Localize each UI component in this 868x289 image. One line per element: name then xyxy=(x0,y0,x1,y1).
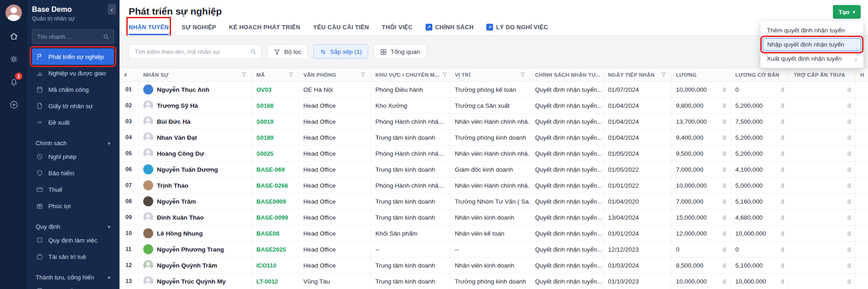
sort-arrows-icon xyxy=(320,48,327,55)
base-salary-value: 5,000,000 xyxy=(735,182,763,189)
table-row[interactable]: 05 Hoàng Công Dự S0025 Head Office Phòng… xyxy=(120,146,868,162)
employee-cell[interactable]: Nguyễn Phương Trang xyxy=(139,242,252,257)
employee-code: BASE08 xyxy=(252,226,299,241)
sidebar-item-phat-trien-su-nghiep[interactable]: Phát triển sự nghiệp xyxy=(32,48,114,65)
table-row[interactable]: 11 Nguyễn Phương Trang BASE2025 Head Off… xyxy=(120,242,868,257)
employee-cell[interactable]: Đinh Xuân Thảo xyxy=(139,210,252,225)
broadcast-icon xyxy=(36,119,44,126)
create-button[interactable]: Tạo ▾ xyxy=(833,5,861,19)
table-row[interactable]: 12 Nguyễn Quỳnh Trâm ICO110 Head Office … xyxy=(120,257,868,273)
employee-cell[interactable]: Nguyễn Trúc Quỳnh My xyxy=(139,273,252,289)
menu-item-xuat-quyet-dinh-nhan-tuyen[interactable]: Xuất quyết định nhận tuyển › xyxy=(760,52,863,66)
employee-cell[interactable]: Nguyễn Quỳnh Trâm xyxy=(139,257,252,273)
table-row[interactable]: 04 Nhan Văn Đạt S0189 Head Office Trung … xyxy=(120,130,868,146)
employee-code: S0025 xyxy=(252,146,299,161)
employee-cell[interactable]: Nguyễn Thục Anh xyxy=(139,82,252,97)
overview-button[interactable]: Tổng quan xyxy=(374,44,426,59)
table-row[interactable]: 03 Bùi Đức Hà S0019 Head Office Phòng Hà… xyxy=(120,114,868,130)
base-salary-cell: 10,000,000 đ xyxy=(731,226,789,241)
sidebar-item-tai-san-tri-tue[interactable]: Tài sản trí tuệ xyxy=(32,248,114,265)
sidebar-section-quy-dinh[interactable]: Quy định ▾ xyxy=(32,221,114,232)
sidebar-item-phuc-loi[interactable]: Phúc lợi xyxy=(32,198,114,214)
user-avatar[interactable] xyxy=(5,5,22,21)
filter-funnel-icon[interactable] xyxy=(360,72,366,78)
column-header[interactable]: NHÂN SỰ xyxy=(139,68,252,81)
column-header[interactable]: TRỢ CẤP ĂN TRƯA xyxy=(789,68,856,81)
column-header[interactable]: VĂN PHÒNG xyxy=(299,68,371,81)
bell-icon[interactable]: 2 xyxy=(4,70,24,93)
filter-funnel-icon[interactable] xyxy=(241,72,247,78)
chevron-down-icon: ▾ xyxy=(108,224,110,230)
filter-funnel-icon[interactable] xyxy=(442,72,447,78)
clock-icon xyxy=(36,153,44,160)
employee-avatar xyxy=(143,228,153,238)
currency-symbol: đ xyxy=(722,134,726,141)
filter-funnel-icon[interactable] xyxy=(520,72,525,78)
tab-chinh-sach[interactable]: ↗ CHÍNH SÁCH xyxy=(426,19,474,35)
column-header[interactable]: KHU VỰC / CHUYÊN M... xyxy=(371,68,450,81)
employee-cell[interactable]: Lê Hồng Nhung xyxy=(139,226,252,241)
column-header[interactable]: CHÍNH SÁCH NHẬN TU... xyxy=(530,68,603,81)
salary-cell: 10,000,000 đ xyxy=(671,82,731,97)
row-index: 13 xyxy=(120,273,139,289)
employee-cell[interactable]: Nhan Văn Đạt xyxy=(139,130,252,145)
column-header[interactable]: H xyxy=(856,68,868,81)
base-salary-value: 5,200,000 xyxy=(735,134,763,141)
menu-item-nhap-quyet-dinh-nhan-tuyen[interactable]: Nhập quyết định nhận tuyển xyxy=(763,38,861,51)
table-row[interactable]: 02 Trương Sỹ Hà S0168 Head Office Kho Xư… xyxy=(120,98,868,114)
table-search xyxy=(129,44,262,59)
sidebar-item-quy-dinh-lam-viec[interactable]: Quy định làm việc xyxy=(32,232,114,248)
table-row[interactable]: 07 Trịnh Thảo BASE-0266 Head Office Phòn… xyxy=(120,178,868,194)
table-row[interactable]: 09 Đinh Xuân Thảo BASE-0099 Head Office … xyxy=(120,210,868,226)
table-row[interactable]: 06 Nguyễn Tuấn Dương BASE-069 Head Offic… xyxy=(120,162,868,178)
table-row[interactable]: 08 Nguyễn Trâm BASE0909 Head Office Trun… xyxy=(120,194,868,210)
gear-icon[interactable] xyxy=(4,47,24,70)
column-header[interactable]: LƯƠNG CƠ BẢN xyxy=(731,68,789,81)
employee-cell[interactable]: Hoàng Công Dự xyxy=(139,146,252,161)
table-search-input[interactable] xyxy=(135,48,250,55)
tab-su-nghiep[interactable]: SỰ NGHIỆP xyxy=(182,19,216,35)
cutoff-cell xyxy=(856,273,868,289)
tab-thoi-viec[interactable]: THÔI VIỆC xyxy=(382,19,413,35)
employee-cell[interactable]: Nguyễn Trâm xyxy=(139,194,252,209)
table-row[interactable]: 10 Lê Hồng Nhung BASE08 Head Office Khối… xyxy=(120,226,868,242)
sidebar-item-giai-thuong[interactable]: Giải thưởng xyxy=(32,283,114,289)
sidebar-item-giay-to-nhan-su[interactable]: Giấy tờ nhân sự xyxy=(32,98,114,114)
sidebar-search-input[interactable] xyxy=(37,33,103,40)
employee-cell[interactable]: Bùi Đức Hà xyxy=(139,114,252,129)
sidebar-item-nghiep-vu-duoc-giao[interactable]: Nghiệp vụ được giao xyxy=(32,65,114,81)
table-row[interactable]: 01 Nguyễn Thục Anh OV03 OE Hà Nội Phòng … xyxy=(120,82,868,98)
currency-symbol: đ xyxy=(847,102,851,109)
sidebar-section-thanh-tuu[interactable]: Thành tựu, cống hiến ▾ xyxy=(32,272,114,283)
column-header[interactable]: # xyxy=(120,68,139,81)
sidebar-item-ma-cham-cong[interactable]: Mã chấm công xyxy=(32,81,114,98)
sidebar-section-chinh-sach[interactable]: Chính sách ▾ xyxy=(32,138,114,148)
tab-nhan-tuyen[interactable]: NHẬN TUYỂN xyxy=(129,19,169,35)
tab-ly-do-nghi-viec[interactable]: ↗ LÝ DO NGHỈ VIỆC xyxy=(486,19,548,35)
employee-cell[interactable]: Trịnh Thảo xyxy=(139,178,252,193)
shield-icon xyxy=(36,169,44,177)
sidebar-search xyxy=(32,29,114,44)
filter-funnel-icon[interactable] xyxy=(661,72,666,78)
employee-cell[interactable]: Nguyễn Tuấn Dương xyxy=(139,162,252,177)
menu-item-them-quyet-dinh-nhan-tuyen[interactable]: Thêm quyết định nhận tuyển xyxy=(760,23,863,37)
column-header[interactable]: LƯƠNG xyxy=(671,68,731,81)
sidebar-item-bao-hiem[interactable]: Bảo hiểm xyxy=(32,165,114,181)
column-header[interactable]: NGÀY TIẾP NHẬN xyxy=(603,68,671,81)
sidebar-item-de-xuat[interactable]: Đề xuất xyxy=(32,114,114,131)
tab-ke-hoach-phat-trien[interactable]: KẾ HOẠCH PHÁT TRIỂN xyxy=(229,19,301,35)
employee-code: ICO110 xyxy=(252,257,299,273)
plus-icon[interactable] xyxy=(4,93,24,116)
filter-funnel-icon[interactable] xyxy=(288,72,294,78)
employee-cell[interactable]: Trương Sỹ Hà xyxy=(139,98,252,113)
sidebar-collapse-button[interactable]: ‹ xyxy=(108,4,116,15)
filter-button[interactable]: Bộ lọc xyxy=(267,44,308,59)
tab-yeu-cau-cai-tien[interactable]: YÊU CẦU CẢI TIẾN xyxy=(313,19,369,35)
sidebar-item-thue[interactable]: Thuế xyxy=(32,181,114,198)
home-icon[interactable] xyxy=(4,25,24,47)
column-header[interactable]: MÃ xyxy=(252,68,299,81)
table-row[interactable]: 13 Nguyễn Trúc Quỳnh My LT-0012 Vũng Tàu… xyxy=(120,273,868,289)
sort-button[interactable]: Sắp xếp (1) xyxy=(313,44,369,59)
column-header[interactable]: VỊ TRÍ xyxy=(450,68,530,81)
sidebar-item-nghi-phep[interactable]: Nghỉ phép xyxy=(32,148,114,165)
